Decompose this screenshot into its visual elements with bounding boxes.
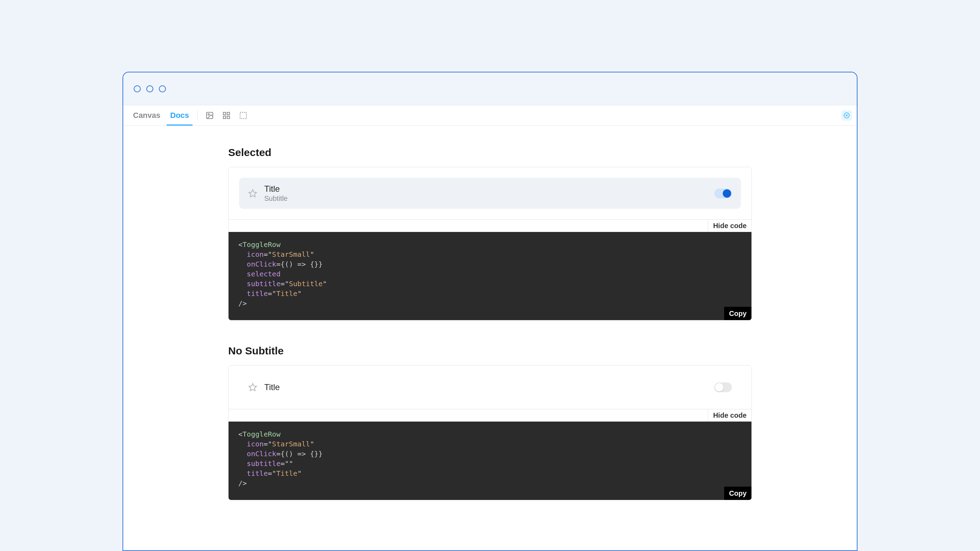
toggle-row-title: Title — [264, 184, 707, 194]
toggle-row[interactable]: Title Subtitle — [239, 178, 741, 209]
svg-point-1 — [208, 114, 209, 115]
section-heading: Selected — [228, 146, 752, 159]
example-card: Title Subtitle Hide code <ToggleRow icon… — [228, 167, 752, 321]
close-icon — [843, 112, 850, 119]
window-titlebar — [123, 72, 857, 105]
hide-code-button[interactable]: Hide code — [708, 409, 751, 422]
code-block[interactable]: <ToggleRow icon="StarSmall" onClick={() … — [229, 422, 751, 500]
toggle-row[interactable]: Title — [239, 376, 741, 399]
storybook-toolbar: Canvas Docs — [123, 105, 857, 125]
section-heading: No Subtitle — [228, 345, 752, 357]
svg-marker-8 — [249, 190, 256, 197]
star-icon — [248, 189, 257, 198]
image-icon[interactable] — [205, 111, 214, 120]
storybook-window: Canvas Docs Selected Title Subtitle — [123, 72, 858, 551]
docs-content: Selected Title Subtitle Hide code <To — [123, 125, 857, 550]
svg-marker-9 — [249, 383, 256, 391]
toggle-switch[interactable] — [714, 383, 732, 392]
copy-button[interactable]: Copy — [724, 487, 751, 500]
close-addons-button[interactable] — [842, 110, 852, 121]
tab-docs[interactable]: Docs — [165, 105, 194, 125]
svg-rect-5 — [227, 116, 230, 119]
example-preview: Title Subtitle — [229, 167, 751, 219]
toggle-row-subtitle: Subtitle — [264, 195, 707, 203]
hide-code-bar: Hide code — [229, 409, 751, 422]
grid-icon[interactable] — [222, 111, 231, 120]
window-control-minimize[interactable] — [146, 85, 153, 92]
window-control-zoom[interactable] — [159, 85, 166, 92]
svg-rect-4 — [223, 116, 226, 119]
section-selected: Selected Title Subtitle Hide code <To — [228, 146, 752, 321]
svg-rect-6 — [240, 112, 247, 119]
tab-canvas[interactable]: Canvas — [128, 105, 165, 125]
example-card: Title Hide code <ToggleRow icon="StarSma… — [228, 365, 752, 500]
hide-code-bar: Hide code — [229, 219, 751, 232]
code-block[interactable]: <ToggleRow icon="StarSmall" onClick={() … — [229, 232, 751, 320]
expand-icon[interactable] — [239, 111, 247, 120]
toolbar-separator — [197, 110, 198, 121]
toggle-row-title: Title — [264, 383, 707, 392]
example-preview: Title — [229, 365, 751, 409]
section-no-subtitle: No Subtitle Title Hide code <ToggleRow i… — [228, 345, 752, 500]
window-control-close[interactable] — [134, 85, 141, 92]
hide-code-button[interactable]: Hide code — [708, 220, 751, 232]
toggle-row-text: Title Subtitle — [264, 184, 707, 203]
toggle-switch[interactable] — [714, 189, 732, 198]
star-icon — [248, 383, 257, 392]
svg-rect-2 — [223, 112, 226, 115]
toggle-row-text: Title — [264, 383, 707, 392]
copy-button[interactable]: Copy — [724, 307, 751, 320]
svg-rect-3 — [227, 112, 230, 115]
